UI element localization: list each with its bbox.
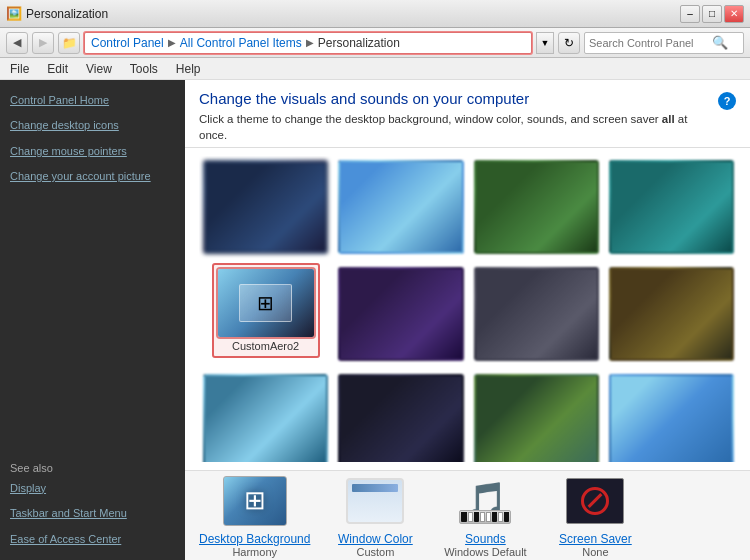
theme-thumbnail[interactable]: [203, 374, 328, 462]
desktop-background-icon-box: ⊞: [220, 474, 290, 528]
sidebar: Control Panel Home Change desktop icons …: [0, 80, 185, 560]
theme-item[interactable]: [203, 374, 328, 462]
sidebar-item-desktop-icons[interactable]: Change desktop icons: [0, 113, 185, 138]
window-color-sublabel: Custom: [356, 546, 394, 558]
close-button[interactable]: ✕: [724, 5, 744, 23]
title-bar-controls: – □ ✕: [680, 5, 744, 23]
theme-item[interactable]: [474, 267, 599, 364]
piano-key: [504, 512, 509, 522]
window-color-label[interactable]: Window Color: [338, 532, 413, 546]
no-symbol-icon: [581, 487, 609, 515]
screen-saver-sublabel: None: [582, 546, 608, 558]
no-symbol-line: [588, 493, 603, 508]
theme-preview: ⊞: [239, 284, 292, 321]
theme-thumbnail[interactable]: [609, 374, 734, 462]
theme-thumbnail[interactable]: [338, 267, 463, 361]
piano-key: [492, 512, 497, 522]
theme-item[interactable]: [203, 160, 328, 257]
theme-item[interactable]: [609, 374, 734, 462]
menu-tools[interactable]: Tools: [126, 60, 162, 78]
theme-item[interactable]: [338, 160, 463, 257]
theme-thumbnail[interactable]: [338, 374, 463, 462]
theme-item[interactable]: [338, 374, 463, 462]
window-color-icon-box: [340, 474, 410, 528]
title-bar: 🖼️ Personalization – □ ✕: [0, 0, 750, 28]
theme-label-custom: CustomAero2: [218, 340, 314, 352]
menu-bar: File Edit View Tools Help: [0, 58, 750, 80]
menu-edit[interactable]: Edit: [43, 60, 72, 78]
sidebar-seealso-ease[interactable]: Ease of Access Center: [0, 527, 185, 552]
toolbar-desktop-background[interactable]: ⊞ Desktop Background Harmony: [199, 474, 310, 558]
content-desc-bold: all: [662, 113, 675, 125]
menu-file[interactable]: File: [6, 60, 33, 78]
breadcrumb[interactable]: Control Panel ▶ All Control Panel Items …: [84, 32, 532, 54]
menu-view[interactable]: View: [82, 60, 116, 78]
sounds-icon-box: 🎵: [450, 474, 520, 528]
toolbar-screen-saver[interactable]: Screen Saver None: [550, 474, 640, 558]
window-title: Personalization: [26, 7, 108, 21]
piano-key: [461, 512, 466, 522]
title-bar-left: 🖼️ Personalization: [6, 6, 108, 21]
maximize-button[interactable]: □: [702, 5, 722, 23]
breadcrumb-arrow-2: ▶: [306, 37, 314, 48]
sidebar-seealso-taskbar[interactable]: Taskbar and Start Menu: [0, 501, 185, 526]
desktop-background-sublabel: Harmony: [232, 546, 277, 558]
piano-icon: [459, 510, 511, 524]
back-button[interactable]: ◀: [6, 32, 28, 54]
windows-logo-icon: ⊞: [244, 485, 266, 516]
theme-item[interactable]: [474, 374, 599, 462]
theme-item[interactable]: [474, 160, 599, 257]
theme-item[interactable]: [609, 267, 734, 364]
theme-item[interactable]: [338, 267, 463, 364]
content-title: Change the visuals and sounds on your co…: [199, 90, 718, 107]
minimize-button[interactable]: –: [680, 5, 700, 23]
toolbar-window-color[interactable]: Window Color Custom: [330, 474, 420, 558]
address-bar: ◀ ▶ 📁 Control Panel ▶ All Control Panel …: [0, 28, 750, 58]
theme-item-custom[interactable]: ⊞ CustomAero2: [203, 267, 328, 364]
sidebar-item-mouse-pointers[interactable]: Change mouse pointers: [0, 139, 185, 164]
sounds-sublabel: Windows Default: [444, 546, 527, 558]
toolbar-sounds[interactable]: 🎵 Sounds: [440, 474, 530, 558]
theme-thumbnail[interactable]: [609, 267, 734, 361]
theme-grid: ⊞ CustomAero2: [199, 156, 738, 462]
search-icon[interactable]: 🔍: [712, 35, 728, 50]
refresh-button[interactable]: ↻: [558, 32, 580, 54]
theme-thumbnail[interactable]: [474, 160, 599, 254]
theme-thumbnail[interactable]: [203, 160, 328, 254]
theme-grid-container: ⊞ CustomAero2: [185, 148, 750, 470]
breadcrumb-item-2[interactable]: All Control Panel Items: [180, 36, 302, 50]
search-input[interactable]: [589, 37, 709, 49]
piano-key: [468, 512, 473, 522]
menu-help[interactable]: Help: [172, 60, 205, 78]
content-area: Change the visuals and sounds on your co…: [185, 80, 750, 560]
forward-button[interactable]: ▶: [32, 32, 54, 54]
window-color-titlebar: [352, 484, 398, 492]
breadcrumb-dropdown[interactable]: ▼: [536, 32, 554, 54]
theme-thumbnail[interactable]: [474, 374, 599, 462]
breadcrumb-item-1[interactable]: Control Panel: [91, 36, 164, 50]
content-header-text: Change the visuals and sounds on your co…: [199, 90, 718, 143]
theme-thumbnail[interactable]: [338, 160, 463, 254]
help-button[interactable]: ?: [718, 92, 736, 110]
folder-icon[interactable]: 📁: [58, 32, 80, 54]
sidebar-item-account-picture[interactable]: Change your account picture: [0, 164, 185, 189]
app-icon: 🖼️: [6, 6, 22, 21]
theme-thumbnail[interactable]: [474, 267, 599, 361]
sidebar-item-home[interactable]: Control Panel Home: [0, 88, 185, 113]
theme-thumbnail-custom[interactable]: ⊞: [218, 269, 314, 337]
breadcrumb-arrow-1: ▶: [168, 37, 176, 48]
content-description: Click a theme to change the desktop back…: [199, 111, 718, 143]
sidebar-seealso-display[interactable]: Display: [0, 476, 185, 501]
window-color-icon: [346, 478, 404, 524]
screen-saver-label[interactable]: Screen Saver: [559, 532, 632, 546]
search-box: 🔍: [584, 32, 744, 54]
desktop-background-label[interactable]: Desktop Background: [199, 532, 310, 546]
theme-thumbnail[interactable]: [609, 160, 734, 254]
theme-item[interactable]: [609, 160, 734, 257]
piano-key: [474, 512, 479, 522]
desktop-background-icon: ⊞: [223, 476, 287, 526]
see-also-label: See also: [0, 452, 185, 476]
sounds-label[interactable]: Sounds: [465, 532, 506, 546]
bottom-toolbar: ⊞ Desktop Background Harmony Window Colo…: [185, 470, 750, 560]
screen-saver-icon-box: [560, 474, 630, 528]
